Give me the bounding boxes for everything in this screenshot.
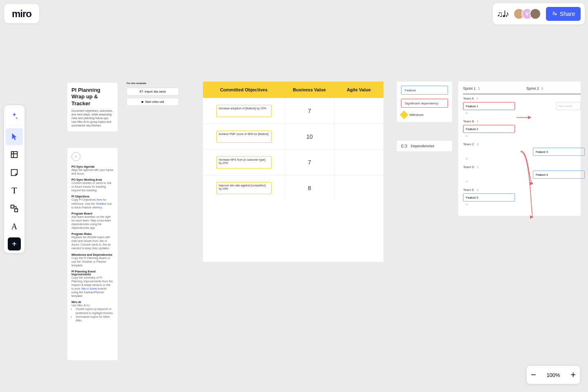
tag-icon: 🏷 bbox=[140, 90, 143, 93]
feature-card[interactable]: Feature 2 bbox=[463, 125, 515, 133]
diamond-icon bbox=[400, 111, 408, 119]
col-objectives: Committed Objectives bbox=[203, 82, 285, 98]
dependencies-icon: ⊏⊐ bbox=[401, 144, 408, 148]
guide-section: Program RisksReplace the ROAM board with… bbox=[71, 233, 114, 250]
sprint-board[interactable]: Sprint 1 3 Sprint 2 3 Team A2Feature 1Ty… bbox=[458, 82, 581, 216]
bv-cell[interactable]: 10 bbox=[285, 124, 334, 149]
tool-sticky[interactable] bbox=[6, 164, 23, 181]
tool-add[interactable]: + bbox=[8, 237, 21, 250]
intro-title: PI Planning Wrap up & Tracker bbox=[71, 87, 114, 107]
start-video-button[interactable]: ■ Start video call bbox=[127, 98, 179, 106]
legend-dependency: Significant dependency bbox=[401, 99, 448, 108]
team-row[interactable]: Team D1Feature 4+ bbox=[463, 165, 581, 185]
share-button[interactable]: Share bbox=[546, 7, 581, 21]
intro-panel[interactable]: PI Planning Wrap up & Tracker Document o… bbox=[67, 83, 118, 131]
av-cell[interactable] bbox=[334, 150, 383, 175]
sprint1-label: Sprint 1 bbox=[463, 86, 476, 91]
add-card-button[interactable]: + bbox=[463, 179, 581, 185]
intro-body: Document objectives, outcomes, and next … bbox=[71, 109, 114, 127]
objective-card[interactable]: Increase adoption of [feature] by 15% bbox=[216, 105, 272, 117]
add-card-button[interactable]: + bbox=[463, 133, 581, 139]
legend-milestone: Milestone bbox=[401, 112, 448, 118]
avatar[interactable] bbox=[530, 8, 541, 20]
objective-row[interactable]: Increase adoption of [feature] by 15%7 bbox=[203, 98, 383, 124]
zoom-control: − 100% + bbox=[527, 366, 580, 384]
logo[interactable]: miro bbox=[4, 4, 39, 23]
tool-select[interactable] bbox=[6, 128, 23, 145]
guide-section: PO Sync Meeting AreaConvert stickies or … bbox=[71, 178, 114, 192]
zoom-value[interactable]: 100% bbox=[546, 372, 560, 378]
add-card-button[interactable]: + bbox=[463, 202, 581, 208]
av-cell[interactable] bbox=[334, 98, 383, 124]
sprint1-count: 3 bbox=[478, 86, 480, 91]
legend-panel[interactable]: Feature Significant dependency Milestone bbox=[397, 82, 452, 122]
guide-section: PO Sync AgendaAlign the agenda with your… bbox=[71, 165, 114, 175]
guide-section: Miro AIUse Miro AI to:Cluster topics by … bbox=[71, 301, 114, 322]
bullets-icon: ≡ bbox=[71, 152, 80, 161]
zoom-in-button[interactable]: + bbox=[570, 370, 576, 380]
topbar: ♫♩♪ V Share bbox=[493, 3, 585, 24]
avatar-stack[interactable]: V bbox=[513, 8, 541, 20]
import-jira-button[interactable]: 🏷 Import Jira cards bbox=[127, 88, 179, 95]
objective-card[interactable]: Improve win-rate against [competitor] by… bbox=[216, 182, 272, 194]
tool-pen[interactable]: A bbox=[6, 218, 23, 235]
add-card-button[interactable]: + bbox=[463, 110, 581, 116]
av-cell[interactable] bbox=[334, 175, 383, 201]
video-icon: ■ bbox=[142, 100, 144, 104]
bv-cell[interactable]: 7 bbox=[285, 150, 334, 175]
svg-rect-5 bbox=[11, 205, 14, 208]
guide-section: PI Planning Event ImprovementsCopy the s… bbox=[71, 270, 114, 298]
guide-panel[interactable]: ≡ PO Sync AgendaAlign the agenda with yo… bbox=[67, 148, 118, 360]
team-row[interactable]: Team B2Feature 2+ bbox=[463, 120, 581, 139]
dependencies-label: Dependencies bbox=[411, 144, 434, 148]
objectives-header: Committed Objectives Business Value Agil… bbox=[203, 82, 383, 98]
share-label: Share bbox=[560, 11, 575, 17]
guide-section: Program BoardAdd team activities on the … bbox=[71, 212, 114, 230]
objectives-table[interactable]: Committed Objectives Business Value Agil… bbox=[203, 82, 383, 262]
tool-shapes[interactable] bbox=[6, 200, 23, 217]
objective-row[interactable]: Achieve PMF score of 40% for [feature]10 bbox=[203, 124, 383, 149]
bv-cell[interactable]: 8 bbox=[285, 175, 334, 201]
left-toolbar: TA+ bbox=[4, 105, 24, 253]
tool-text[interactable]: T bbox=[6, 182, 23, 199]
zoom-out-button[interactable]: − bbox=[531, 370, 536, 380]
legend-feature: Feature bbox=[401, 86, 448, 95]
objective-row[interactable]: Increase NPS from [x customer type] by 2… bbox=[203, 149, 383, 175]
import-label: Import Jira cards bbox=[145, 90, 166, 93]
add-card-button[interactable]: + bbox=[463, 156, 581, 162]
feature-card[interactable]: Feature 1 bbox=[463, 102, 515, 110]
guide-section: PI ObjectivesCopy PI Objectives here for… bbox=[71, 195, 114, 209]
col-business-value: Business Value bbox=[285, 82, 334, 98]
objective-card[interactable]: Achieve PMF score of 40% for [feature] bbox=[216, 131, 272, 143]
svg-point-0 bbox=[553, 12, 555, 13]
sprint2-count: 3 bbox=[541, 86, 543, 91]
tool-frame[interactable] bbox=[6, 146, 23, 163]
feature-card[interactable]: Feature 4 bbox=[533, 171, 585, 179]
objective-row[interactable]: Improve win-rate against [competitor] by… bbox=[203, 175, 383, 201]
feature-card[interactable]: Feature 5 bbox=[463, 193, 515, 202]
ghost-card[interactable]: Type someth bbox=[556, 102, 581, 110]
col-agile-value: Agile Value bbox=[334, 82, 383, 98]
svg-rect-2 bbox=[11, 152, 18, 158]
bv-cell[interactable]: 7 bbox=[285, 98, 334, 124]
tool-ai[interactable] bbox=[6, 108, 23, 125]
svg-rect-6 bbox=[15, 209, 18, 212]
feature-card[interactable]: Feature 3 bbox=[533, 148, 585, 156]
template-hint: For this template bbox=[127, 82, 146, 84]
team-row[interactable]: Team C2Feature 3+ bbox=[463, 142, 581, 162]
logo-text: miro bbox=[12, 8, 31, 20]
guide-section: Milestones and DependenciesCopy the PI P… bbox=[71, 253, 114, 267]
objective-card[interactable]: Increase NPS from [x customer type] by 2… bbox=[216, 156, 272, 168]
milestone-label: Milestone bbox=[410, 113, 423, 117]
sprint-header: Sprint 1 3 Sprint 2 3 bbox=[463, 86, 581, 94]
reactions-button[interactable]: ♫♩♪ bbox=[497, 9, 508, 19]
video-label: Start video call bbox=[145, 100, 164, 103]
sprint2-label: Sprint 2 bbox=[526, 86, 539, 91]
av-cell[interactable] bbox=[334, 124, 383, 149]
team-row[interactable]: Team A2Feature 1Type someth+ bbox=[463, 97, 581, 116]
team-row[interactable]: Team E3Feature 5+ bbox=[463, 188, 581, 208]
share-icon bbox=[552, 11, 557, 18]
dependencies-button[interactable]: ⊏⊐ Dependencies bbox=[397, 141, 452, 151]
